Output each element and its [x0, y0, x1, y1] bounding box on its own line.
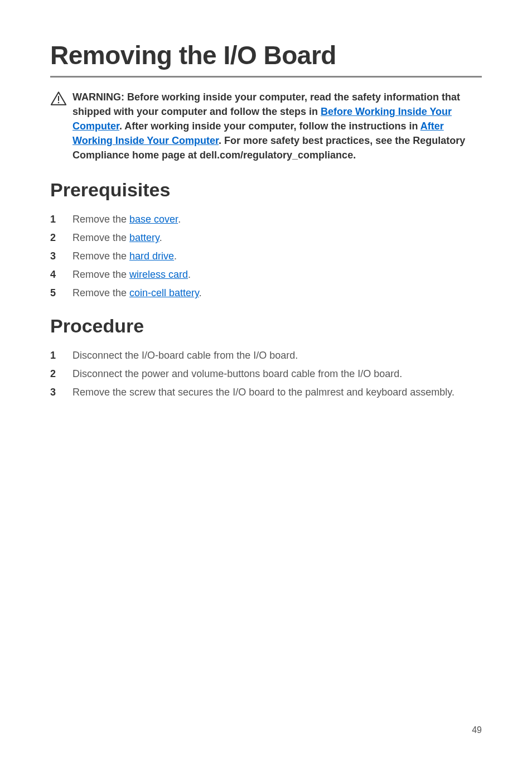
- step-text: Remove the screw that secures the I/O bo…: [72, 387, 454, 398]
- step-text: Disconnect the I/O-board cable from the …: [72, 350, 298, 361]
- prerequisites-list: Remove the base cover. Remove the batter…: [50, 212, 482, 301]
- svg-point-1: [58, 102, 60, 104]
- step-pre: Remove the: [72, 250, 129, 262]
- link-hard-drive[interactable]: hard drive: [129, 250, 174, 262]
- list-item: Disconnect the power and volume-buttons …: [50, 366, 482, 382]
- step-post: .: [188, 269, 191, 280]
- page-title: Removing the I/O Board: [50, 40, 482, 78]
- link-coin-cell-battery[interactable]: coin-cell battery: [129, 287, 199, 298]
- warning-part2: . After working inside your computer, fo…: [119, 120, 420, 132]
- step-pre: Remove the: [72, 232, 129, 243]
- warning-block: WARNING: Before working inside your comp…: [50, 90, 482, 162]
- list-item: Remove the base cover.: [50, 212, 482, 227]
- prerequisites-heading: Prerequisites: [50, 179, 482, 201]
- page-number: 49: [472, 725, 482, 735]
- link-battery[interactable]: battery: [129, 232, 159, 243]
- step-pre: Remove the: [72, 287, 129, 298]
- link-base-cover[interactable]: base cover: [129, 214, 178, 225]
- step-post: .: [174, 250, 177, 262]
- step-text: Disconnect the power and volume-buttons …: [72, 368, 402, 379]
- step-pre: Remove the: [72, 269, 129, 280]
- step-post: .: [159, 232, 162, 243]
- warning-label: WARNING:: [72, 91, 124, 103]
- step-post: .: [178, 214, 181, 225]
- step-pre: Remove the: [72, 214, 129, 225]
- step-post: .: [199, 287, 202, 298]
- list-item: Remove the screw that secures the I/O bo…: [50, 385, 482, 400]
- list-item: Remove the coin-cell battery.: [50, 286, 482, 301]
- list-item: Disconnect the I/O-board cable from the …: [50, 348, 482, 363]
- list-item: Remove the hard drive.: [50, 249, 482, 264]
- procedure-list: Disconnect the I/O-board cable from the …: [50, 348, 482, 400]
- link-wireless-card[interactable]: wireless card: [129, 269, 188, 280]
- procedure-heading: Procedure: [50, 315, 482, 337]
- warning-triangle-icon: [50, 91, 67, 106]
- warning-text: WARNING: Before working inside your comp…: [72, 90, 482, 162]
- list-item: Remove the wireless card.: [50, 267, 482, 282]
- warning-icon-container: [50, 90, 72, 108]
- list-item: Remove the battery.: [50, 230, 482, 245]
